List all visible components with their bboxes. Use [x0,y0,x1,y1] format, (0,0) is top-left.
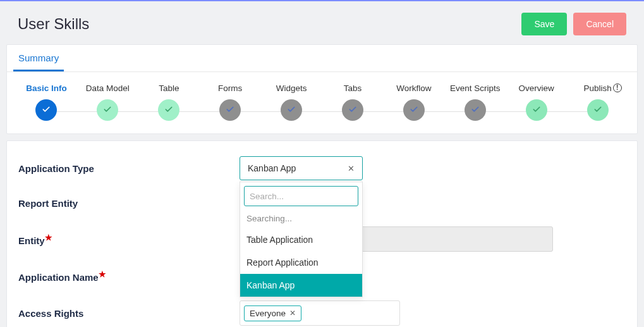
stepper: Basic InfoData ModelTableFormsWidgetsTab… [7,72,637,133]
step-circle [281,99,302,121]
label-application-type: Application Type [18,163,240,174]
row-application-type: Application Type Kanban App ✕ Searching.… [7,147,637,189]
tab-bar: Summary [7,45,637,72]
dropdown-search-wrap [244,186,358,206]
step-label: Workflow [396,83,431,93]
access-rights-input[interactable]: Everyone ✕ [240,300,400,326]
step-label: Tabs [344,83,362,93]
application-type-select[interactable]: Kanban App ✕ [240,156,363,180]
step-label: Forms [218,83,242,93]
step-label: Widgets [276,83,307,93]
step-circle [465,99,486,121]
check-icon [593,105,602,116]
dropdown-status: Searching... [240,211,362,228]
cancel-button[interactable]: Cancel [573,13,626,35]
application-type-value: Kanban App [248,163,296,173]
access-rights-chip-everyone[interactable]: Everyone ✕ [244,305,301,321]
step-circle [403,99,425,121]
label-report-entity: Report Entity [18,198,240,209]
step-label: Event Scripts [450,83,501,93]
step-label: Overview [519,83,554,93]
application-type-dropdown: Searching... Table Application Report Ap… [240,182,363,297]
step-tabs[interactable]: Tabs [322,83,384,121]
step-basic-info[interactable]: Basic Info [16,83,77,121]
check-icon [226,105,234,116]
label-entity: Entity★ [18,233,240,246]
header-buttons: Save Cancel [521,13,626,35]
step-forms[interactable]: Forms [200,83,261,121]
step-overview[interactable]: Overview [506,83,567,121]
check-icon [410,105,418,116]
step-circle [219,99,241,121]
step-label: Table [159,83,179,93]
summary-card: Summary Basic InfoData ModelTableFormsWi… [6,44,638,134]
save-button[interactable]: Save [521,13,567,35]
step-label: Data Model [86,83,130,93]
step-circle [526,99,547,121]
step-widgets[interactable]: Widgets [261,83,322,121]
check-icon [471,105,480,116]
step-data-model[interactable]: Data Model [77,83,138,121]
check-icon [164,105,173,116]
check-icon [532,105,541,116]
field-access-rights: Everyone ✕ [240,300,626,326]
clear-icon[interactable]: ✕ [348,164,355,173]
check-icon [103,105,112,116]
dropdown-option-report-application[interactable]: Report Application [240,251,362,274]
form-card: Application Type Kanban App ✕ Searching.… [6,140,638,327]
label-application-name: Application Name★ [18,269,240,283]
remove-chip-icon[interactable]: ✕ [289,309,296,318]
step-circle [342,99,363,121]
step-table[interactable]: Table [138,83,200,121]
step-circle [97,99,118,121]
field-application-type: Kanban App ✕ Searching... Table Applicat… [240,156,626,180]
required-star-icon: ★ [45,233,52,242]
step-label: Publish! [583,83,611,93]
step-publish[interactable]: Publish! [567,83,628,121]
page-title: User Skills [18,15,89,33]
step-circle [35,99,57,121]
check-icon [42,105,51,116]
step-label: Basic Info [26,83,67,93]
step-event-scripts[interactable]: Event Scripts [444,83,506,121]
required-star-icon: ★ [99,269,106,279]
dropdown-option-kanban-app[interactable]: Kanban App [240,274,362,297]
step-workflow[interactable]: Workflow [383,83,444,121]
check-icon [348,105,357,116]
step-circle [587,99,609,121]
check-icon [287,105,296,116]
tab-summary[interactable]: Summary [13,45,64,71]
dropdown-option-table-application[interactable]: Table Application [240,228,362,251]
label-access-rights: Access Rights [18,308,240,319]
page-header: User Skills Save Cancel [0,1,644,44]
dropdown-search-input[interactable] [244,186,358,206]
step-circle [158,99,179,121]
alert-icon: ! [613,83,622,92]
